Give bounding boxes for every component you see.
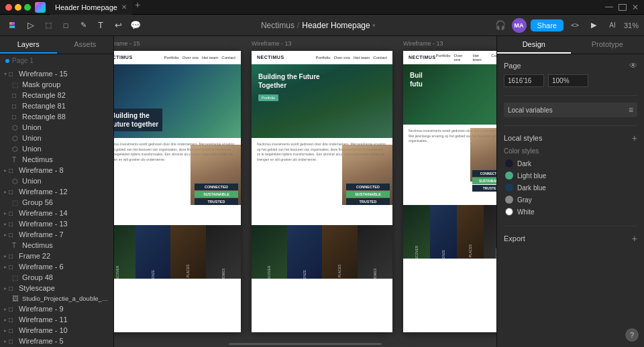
menu-tool[interactable] [5, 17, 21, 33]
style-item-darkblue[interactable]: Dark blue [504, 182, 637, 194]
wf3-bottom-img3: SIN PLACES [457, 205, 484, 259]
local-variables-icon[interactable]: ≡ [629, 105, 633, 115]
comment-tool[interactable]: 💬 [127, 17, 144, 33]
color-lightblue-swatch [505, 171, 513, 180]
close-window-icon[interactable]: ✕ [632, 3, 639, 12]
wf2-nav-over: Over ons [334, 56, 350, 60]
color-dark-label: Dark [517, 160, 531, 167]
headphone-icon[interactable]: 🎧 [493, 18, 508, 33]
layer-wireframe-13[interactable]: ▸□Wireframe - 13 [0, 218, 113, 229]
export-add[interactable]: + [632, 233, 637, 244]
breadcrumb: Nectimus / Header Homepage ▾ [261, 21, 376, 30]
wf1-tag-trusted: TRUSTED [195, 198, 238, 205]
style-item-dark[interactable]: Dark [504, 157, 637, 169]
layer-rect88[interactable]: □Rectangle 88 [8, 111, 113, 122]
wf1-bottom-img4: HOMES [206, 225, 241, 279]
wf3-nav-over: Over ons [454, 54, 470, 62]
minimize-icon[interactable] [605, 7, 613, 7]
wf3-hero: Buil futu [403, 64, 496, 125]
layer-wireframe-14[interactable]: ▸□Wireframe - 14 [0, 208, 113, 218]
page-height-field[interactable]: 100% [548, 74, 588, 87]
wf2-content: Nactimus investments wordt gedreven door… [252, 138, 392, 225]
wf2-portfolio-btn[interactable]: Portfolio [258, 94, 278, 101]
layer-group56[interactable]: ⬚Group 56 [8, 197, 113, 208]
play-button[interactable]: ▶ [586, 18, 601, 33]
local-styles-add[interactable]: + [632, 133, 637, 143]
wf1-heading-line1: Building the [114, 112, 150, 119]
breadcrumb-page[interactable]: Header Homepage ▾ [302, 21, 375, 30]
maximize-button[interactable] [24, 4, 31, 11]
layer-mask-group[interactable]: ⬚Mask group [8, 79, 113, 90]
layer-wireframe-9[interactable]: ▸□Wireframe - 9 [0, 303, 113, 314]
style-item-white[interactable]: White [504, 206, 637, 218]
layer-union4[interactable]: ⬡Union [8, 176, 113, 186]
wireframe-1[interactable]: NECTIMUS Portfolio Over ons Het team Con… [114, 51, 241, 332]
wireframe-3[interactable]: NECTIMUS Portfolio Over ons Het team Con… [403, 51, 496, 332]
layer-wireframe-10[interactable]: ▸□Wireframe - 10 [0, 325, 113, 336]
wf3-bottom-img2: ONZE [430, 205, 457, 259]
local-variables-row[interactable]: Local variables ≡ [504, 102, 637, 117]
layer-wireframe-6[interactable]: ▸□Wireframe - 6 [0, 261, 113, 272]
frame-tool[interactable]: ⬚ [40, 17, 56, 33]
active-tab[interactable]: Header Homepage ✕ [50, 0, 132, 15]
layer-stylescape[interactable]: ▸□Stylescape [0, 283, 113, 293]
layer-wireframe-5[interactable]: ▸□Wireframe - 5 [0, 336, 113, 346]
tab-layers[interactable]: Layers [0, 36, 57, 54]
zoom-level[interactable]: 31% [624, 21, 639, 29]
wf1-nav-team: Het team [202, 56, 218, 60]
code-view-button[interactable]: <> [568, 18, 582, 33]
layer-wireframe-12[interactable]: ▸□Wireframe - 12 [0, 186, 113, 197]
cursor-tool[interactable]: ▷ [23, 17, 39, 33]
help-button[interactable]: ? [625, 328, 639, 342]
breadcrumb-project[interactable]: Nectimus [261, 21, 294, 30]
page-width-field[interactable]: 1616'16 [504, 74, 544, 87]
new-tab-button[interactable]: + [135, 0, 140, 15]
color-darkblue-swatch [505, 184, 513, 192]
wf2-tag-trusted: TRUSTED [346, 198, 390, 205]
shape-tool[interactable]: □ [58, 17, 74, 33]
layer-wireframe-15[interactable]: ▾□Wireframe - 15 [0, 68, 113, 79]
layer-nectimus1[interactable]: TNectimus [8, 154, 113, 165]
layer-wireframe-7[interactable]: ▸□Wireframe - 7 [0, 229, 113, 240]
wireframe-2[interactable]: NECTIMUS Portfolio Over ons Het team Con… [252, 51, 392, 332]
layer-wireframe-11[interactable]: ▸□Wireframe - 11 [0, 314, 113, 325]
style-item-lightblue[interactable]: Light blue [504, 169, 637, 182]
window-controls[interactable] [5, 4, 31, 11]
canvas-scrollbar[interactable] [229, 343, 382, 345]
tab-assets[interactable]: Assets [57, 36, 114, 54]
sidebar-tabs: Layers Assets [0, 36, 113, 54]
wf2-hero-text: Building the Future Together Portfolio [258, 72, 379, 102]
wf3-content: Nectimus investments wordt gedreven door… [403, 125, 496, 205]
text-tool[interactable]: T [93, 17, 109, 33]
layer-rect82[interactable]: □Rectangle 82 [8, 90, 113, 100]
share-button[interactable]: Share [531, 19, 564, 31]
tab-close-icon[interactable]: ✕ [121, 3, 127, 11]
pen-tool[interactable]: ✎ [75, 17, 91, 33]
layer-union2[interactable]: ⬡Union [8, 133, 113, 143]
canvas[interactable]: Wireframe - 15 NECTIMUS Portfolio Over o… [114, 36, 496, 347]
toolbar-left: ▷ ⬚ □ ✎ T ↩ 💬 [5, 17, 144, 33]
layer-rect81[interactable]: □Rectangle 81 [8, 100, 113, 111]
wf1-tag-connected: CONNECTED [195, 184, 238, 190]
wireframe-3-label: Wireframe - 13 [403, 40, 443, 47]
layer-group48[interactable]: ⬚Group 48 [8, 272, 113, 283]
hand-tool[interactable]: ↩ [110, 17, 126, 33]
wf3-hero-text: Buil futu [410, 71, 423, 88]
wf3-bottom-images: DISCOVER ONZE SIN PLACES HOMES [403, 205, 496, 259]
layer-frame22[interactable]: ▸□Frame 22 [0, 251, 113, 261]
layer-union1[interactable]: ⬡Union [8, 122, 113, 133]
avatar[interactable]: MA [512, 18, 527, 33]
layers-list: ▾□Wireframe - 15 ⬚Mask group □Rectangle … [0, 67, 113, 347]
layer-union3[interactable]: ⬡Union [8, 143, 113, 154]
eye-icon[interactable]: 👁 [629, 61, 637, 70]
layer-wireframe-8[interactable]: ▸□Wireframe - 8 [0, 165, 113, 176]
tab-design[interactable]: Design [497, 36, 571, 54]
close-button[interactable] [5, 4, 12, 11]
ai-button[interactable]: AI [605, 18, 620, 33]
minimize-button[interactable] [15, 4, 21, 11]
layer-studio[interactable]: 🖼Studio_Projectie_a_double_exposu... [8, 293, 113, 303]
tab-prototype[interactable]: Prototype [571, 36, 645, 54]
layer-nectimus2[interactable]: TNectimus [8, 240, 113, 251]
restore-icon[interactable] [619, 4, 627, 11]
style-item-gray[interactable]: Gray [504, 194, 637, 206]
